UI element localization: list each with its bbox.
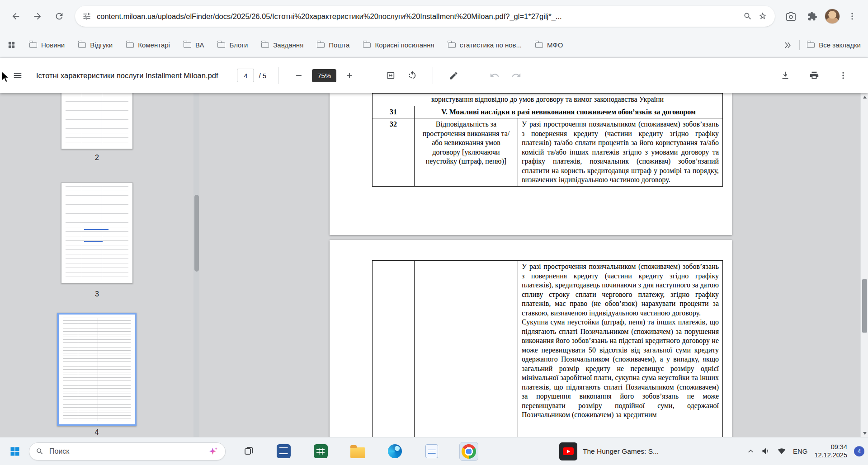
pdf-menu-icon[interactable]: [9, 67, 26, 84]
excel-app-icon[interactable]: [311, 442, 330, 460]
thumbnail-page-number: 3: [61, 290, 133, 298]
pdf-viewer-area: 2 3 4 користування відповідно до умов до…: [0, 93, 868, 437]
mouse-cursor: [1, 71, 10, 85]
characteristics-table-continued: У разі прострочення позичальником (спожи…: [372, 260, 723, 437]
zoom-out-button[interactable]: [290, 67, 307, 84]
divider: [474, 67, 474, 84]
address-bar[interactable]: content.miloan.ua/uploads/elFinder/docs/…: [75, 6, 775, 27]
bookmark-star-icon[interactable]: [758, 11, 768, 21]
browser-toolbar: content.miloan.ua/uploads/elFinder/docs/…: [0, 0, 868, 33]
zoom-level-display[interactable]: 75%: [312, 69, 336, 82]
bookmark-folder-vidguky[interactable]: Відгуки: [78, 41, 113, 49]
tray-chevron-up-icon[interactable]: [747, 447, 755, 455]
folder-icon: [535, 42, 543, 48]
row-number: 32: [373, 118, 415, 187]
fit-to-page-button[interactable]: [382, 67, 399, 84]
notepad-icon[interactable]: [423, 442, 441, 460]
bookmark-folder-mfo[interactable]: МФО: [535, 41, 563, 49]
pdf-document-title: Істотні характеристики послуги Installme…: [36, 71, 218, 80]
bookmark-label: Пошта: [329, 41, 349, 49]
back-button[interactable]: [6, 7, 25, 26]
bookmark-folder-poshta[interactable]: Пошта: [317, 41, 349, 49]
start-button[interactable]: [5, 441, 25, 462]
task-view-icon[interactable]: [238, 441, 259, 462]
apps-grid-icon[interactable]: [7, 41, 16, 49]
folder-icon: [217, 42, 225, 48]
volume-icon[interactable]: [761, 447, 770, 456]
notification-count-badge[interactable]: 4: [854, 446, 864, 456]
main-scrollbar[interactable]: [860, 93, 868, 437]
bookmark-folder-blogy[interactable]: Блоги: [217, 41, 248, 49]
empty-cell: [373, 261, 415, 437]
bookmark-folder-zavdannya[interactable]: Завдання: [261, 41, 303, 49]
folder-icon: [78, 42, 86, 48]
profile-avatar[interactable]: [825, 9, 840, 24]
youtube-thumbnail-icon: [559, 442, 577, 460]
folder-icon: [448, 42, 456, 48]
language-indicator[interactable]: ENG: [793, 447, 808, 455]
forward-button[interactable]: [28, 7, 47, 26]
page-thumbnail-2[interactable]: [61, 93, 133, 149]
divider: [278, 67, 278, 84]
section-title-cell: V. Можливі наслідки в разі невиконання с…: [415, 106, 723, 118]
page-thumbnail-3[interactable]: [61, 183, 133, 283]
zoom-icon[interactable]: [743, 12, 752, 21]
word-app-icon[interactable]: [274, 442, 292, 460]
folder-icon: [363, 42, 371, 48]
redo-button[interactable]: [508, 67, 525, 84]
camera-icon[interactable]: [781, 7, 800, 26]
row-number: 31: [373, 106, 415, 118]
print-button[interactable]: [806, 67, 823, 84]
site-info-icon[interactable]: [82, 12, 91, 21]
divider: [799, 40, 800, 50]
windows-taskbar: Поиск The Hunger Games: S...: [0, 437, 868, 465]
taskbar-search-box[interactable]: Поиск: [29, 442, 226, 460]
network-icon[interactable]: [777, 447, 786, 456]
zoom-in-button[interactable]: [341, 67, 358, 84]
bookmark-folder-statystyka[interactable]: статистика по нов...: [448, 41, 522, 49]
page-thumbnail-4-selected[interactable]: [57, 313, 137, 426]
extensions-icon[interactable]: [803, 7, 822, 26]
divider: [433, 67, 433, 84]
bookmark-label: Блоги: [229, 41, 248, 49]
bookmarks-overflow-icon[interactable]: [783, 41, 792, 50]
annotate-pen-icon[interactable]: [445, 67, 462, 84]
paragraph: У разі прострочення позичальником (спожи…: [522, 262, 719, 318]
folder-icon: [807, 42, 815, 48]
pdf-page-4: користування відповідно до умов договору…: [330, 93, 732, 235]
main-scrollbar-thumb[interactable]: [862, 279, 867, 333]
media-title: The Hunger Games: S...: [583, 447, 659, 456]
bookmark-folder-va[interactable]: ВА: [184, 41, 204, 49]
undo-button[interactable]: [486, 67, 503, 84]
thumbnail-page-number: 4: [57, 428, 137, 437]
rotate-button[interactable]: [404, 67, 421, 84]
bookmark-folder-novyny[interactable]: Новини: [29, 41, 65, 49]
paragraph: Сукупна сума неустойки (штраф, пеня) та …: [522, 318, 719, 420]
sidebar-scrollbar[interactable]: [193, 93, 199, 437]
folder-icon: [261, 42, 269, 48]
bookmark-label: Відгуки: [90, 41, 113, 49]
browser-menu-icon[interactable]: [843, 7, 862, 26]
bookmark-folder-komentari[interactable]: Коментарі: [126, 41, 170, 49]
chrome-icon-active[interactable]: [460, 442, 478, 460]
bookmark-folder-korysni[interactable]: Корисні посилання: [363, 41, 434, 49]
reload-button[interactable]: [50, 7, 69, 26]
desktop-screen: content.miloan.ua/uploads/elFinder/docs/…: [0, 0, 868, 465]
scroll-down-button[interactable]: [861, 429, 868, 437]
scroll-up-button[interactable]: [861, 93, 868, 101]
media-playback-widget[interactable]: The Hunger Games: S...: [559, 442, 659, 460]
download-button[interactable]: [777, 67, 794, 84]
pdf-page-5: У разі прострочення позичальником (спожи…: [330, 240, 732, 437]
url-text: content.miloan.ua/uploads/elFinder/docs/…: [97, 12, 738, 21]
clock[interactable]: 09:34 12.12.2025: [814, 443, 847, 460]
all-bookmarks-button[interactable]: Все закладки: [807, 41, 861, 49]
file-explorer-icon[interactable]: [349, 442, 367, 460]
pdf-more-options-icon[interactable]: [835, 67, 852, 84]
search-icon: [36, 447, 44, 456]
edge-icon[interactable]: [386, 442, 404, 460]
row-content-cell: У разі прострочення позичальником (спожи…: [518, 261, 723, 437]
search-label: Поиск: [49, 447, 203, 456]
page-number-input[interactable]: [237, 69, 254, 82]
page-total-label: / 5: [259, 72, 266, 80]
sidebar-scrollbar-thumb[interactable]: [194, 195, 199, 272]
